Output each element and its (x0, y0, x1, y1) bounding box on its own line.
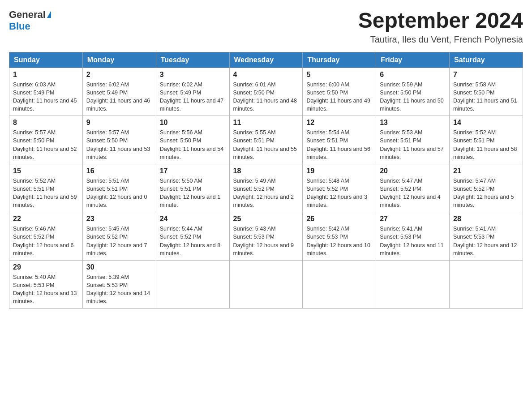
day-number: 13 (380, 119, 446, 127)
header-thursday: Thursday (303, 52, 376, 68)
calendar-cell: 10Sunrise: 5:56 AMSunset: 5:50 PMDayligh… (156, 116, 229, 164)
calendar-cell: 23Sunrise: 5:45 AMSunset: 5:52 PMDayligh… (82, 212, 156, 261)
day-info: Sunrise: 6:00 AMSunset: 5:50 PMDaylight:… (306, 81, 372, 113)
calendar-cell: 5Sunrise: 6:00 AMSunset: 5:50 PMDaylight… (303, 68, 376, 116)
calendar-cell: 22Sunrise: 5:46 AMSunset: 5:52 PMDayligh… (9, 212, 83, 261)
day-info: Sunrise: 5:42 AMSunset: 5:53 PMDaylight:… (306, 225, 372, 257)
day-info: Sunrise: 6:02 AMSunset: 5:49 PMDaylight:… (160, 81, 226, 113)
calendar-cell: 16Sunrise: 5:51 AMSunset: 5:51 PMDayligh… (82, 164, 156, 212)
day-info: Sunrise: 5:57 AMSunset: 5:50 PMDaylight:… (13, 128, 79, 161)
day-info: Sunrise: 5:53 AMSunset: 5:51 PMDaylight:… (380, 128, 446, 161)
calendar-cell: 1Sunrise: 6:03 AMSunset: 5:49 PMDaylight… (9, 68, 83, 116)
day-info: Sunrise: 5:39 AMSunset: 5:53 PMDaylight:… (86, 273, 152, 306)
calendar-cell: 20Sunrise: 5:47 AMSunset: 5:52 PMDayligh… (376, 164, 450, 212)
calendar-cell: 12Sunrise: 5:54 AMSunset: 5:51 PMDayligh… (303, 116, 376, 164)
calendar-week-row: 1Sunrise: 6:03 AMSunset: 5:49 PMDaylight… (9, 68, 523, 116)
page-header: General Blue September 2024 Tautira, Ile… (9, 9, 523, 45)
logo-triangle-icon (47, 11, 51, 18)
day-number: 26 (306, 215, 372, 223)
day-info: Sunrise: 5:47 AMSunset: 5:52 PMDaylight:… (380, 177, 446, 210)
day-number: 1 (13, 71, 79, 79)
day-number: 4 (233, 71, 299, 79)
day-info: Sunrise: 5:52 AMSunset: 5:51 PMDaylight:… (13, 177, 79, 210)
day-number: 10 (160, 119, 226, 127)
day-info: Sunrise: 5:55 AMSunset: 5:51 PMDaylight:… (233, 128, 299, 161)
day-number: 3 (160, 71, 226, 79)
day-info: Sunrise: 5:58 AMSunset: 5:50 PMDaylight:… (453, 81, 519, 113)
day-number: 21 (453, 167, 519, 175)
logo: General Blue (9, 9, 51, 33)
header-saturday: Saturday (450, 52, 523, 68)
day-info: Sunrise: 5:44 AMSunset: 5:52 PMDaylight:… (160, 225, 226, 257)
calendar-cell (229, 260, 303, 308)
day-number: 9 (86, 119, 152, 127)
calendar-cell (303, 260, 376, 308)
day-number: 15 (13, 167, 79, 175)
calendar-title-area: September 2024 Tautira, Iles du Vent, Fr… (358, 9, 523, 45)
day-info: Sunrise: 6:02 AMSunset: 5:49 PMDaylight:… (86, 81, 152, 113)
day-info: Sunrise: 5:43 AMSunset: 5:53 PMDaylight:… (233, 225, 299, 257)
logo-text-general: General (9, 9, 46, 21)
day-info: Sunrise: 5:57 AMSunset: 5:50 PMDaylight:… (86, 128, 152, 161)
day-info: Sunrise: 5:49 AMSunset: 5:52 PMDaylight:… (233, 177, 299, 210)
calendar-table: Sunday Monday Tuesday Wednesday Thursday… (9, 52, 523, 309)
day-number: 16 (86, 167, 152, 175)
calendar-cell: 29Sunrise: 5:40 AMSunset: 5:53 PMDayligh… (9, 260, 83, 308)
day-number: 7 (453, 71, 519, 79)
calendar-title: September 2024 (358, 9, 523, 33)
day-number: 29 (13, 263, 79, 271)
calendar-cell: 3Sunrise: 6:02 AMSunset: 5:49 PMDaylight… (156, 68, 229, 116)
day-info: Sunrise: 5:48 AMSunset: 5:52 PMDaylight:… (306, 177, 372, 210)
calendar-body: 1Sunrise: 6:03 AMSunset: 5:49 PMDaylight… (9, 68, 523, 308)
calendar-cell: 8Sunrise: 5:57 AMSunset: 5:50 PMDaylight… (9, 116, 83, 164)
calendar-cell (450, 260, 523, 308)
day-number: 14 (453, 119, 519, 127)
day-info: Sunrise: 5:40 AMSunset: 5:53 PMDaylight:… (13, 273, 79, 306)
day-number: 27 (380, 215, 446, 223)
day-info: Sunrise: 5:46 AMSunset: 5:52 PMDaylight:… (13, 225, 79, 257)
day-number: 6 (380, 71, 446, 79)
header-friday: Friday (376, 52, 450, 68)
calendar-cell (156, 260, 229, 308)
day-info: Sunrise: 5:52 AMSunset: 5:51 PMDaylight:… (453, 128, 519, 161)
calendar-cell: 24Sunrise: 5:44 AMSunset: 5:52 PMDayligh… (156, 212, 229, 261)
calendar-week-row: 29Sunrise: 5:40 AMSunset: 5:53 PMDayligh… (9, 260, 523, 308)
day-info: Sunrise: 5:54 AMSunset: 5:51 PMDaylight:… (306, 128, 372, 161)
calendar-subtitle: Tautira, Iles du Vent, French Polynesia (358, 34, 523, 45)
day-info: Sunrise: 5:59 AMSunset: 5:50 PMDaylight:… (380, 81, 446, 113)
day-number: 8 (13, 119, 79, 127)
calendar-week-row: 22Sunrise: 5:46 AMSunset: 5:52 PMDayligh… (9, 212, 523, 261)
header-monday: Monday (82, 52, 156, 68)
day-number: 5 (306, 71, 372, 79)
header-tuesday: Tuesday (156, 52, 229, 68)
day-info: Sunrise: 5:51 AMSunset: 5:51 PMDaylight:… (86, 177, 152, 210)
day-number: 2 (86, 71, 152, 79)
day-info: Sunrise: 5:41 AMSunset: 5:53 PMDaylight:… (380, 225, 446, 257)
calendar-cell: 15Sunrise: 5:52 AMSunset: 5:51 PMDayligh… (9, 164, 83, 212)
day-info: Sunrise: 5:50 AMSunset: 5:51 PMDaylight:… (160, 177, 226, 210)
day-number: 19 (306, 167, 372, 175)
day-number: 24 (160, 215, 226, 223)
day-info: Sunrise: 5:56 AMSunset: 5:50 PMDaylight:… (160, 128, 226, 161)
day-number: 22 (13, 215, 79, 223)
calendar-cell: 6Sunrise: 5:59 AMSunset: 5:50 PMDaylight… (376, 68, 450, 116)
header-wednesday: Wednesday (229, 52, 303, 68)
day-number: 28 (453, 215, 519, 223)
calendar-cell: 21Sunrise: 5:47 AMSunset: 5:52 PMDayligh… (450, 164, 523, 212)
calendar-week-row: 15Sunrise: 5:52 AMSunset: 5:51 PMDayligh… (9, 164, 523, 212)
calendar-cell: 25Sunrise: 5:43 AMSunset: 5:53 PMDayligh… (229, 212, 303, 261)
calendar-cell: 11Sunrise: 5:55 AMSunset: 5:51 PMDayligh… (229, 116, 303, 164)
day-info: Sunrise: 5:45 AMSunset: 5:52 PMDaylight:… (86, 225, 152, 257)
day-info: Sunrise: 5:47 AMSunset: 5:52 PMDaylight:… (453, 177, 519, 210)
calendar-cell: 28Sunrise: 5:41 AMSunset: 5:53 PMDayligh… (450, 212, 523, 261)
day-number: 17 (160, 167, 226, 175)
calendar-cell: 14Sunrise: 5:52 AMSunset: 5:51 PMDayligh… (450, 116, 523, 164)
calendar-cell: 4Sunrise: 6:01 AMSunset: 5:50 PMDaylight… (229, 68, 303, 116)
calendar-cell: 7Sunrise: 5:58 AMSunset: 5:50 PMDaylight… (450, 68, 523, 116)
day-number: 12 (306, 119, 372, 127)
calendar-cell: 19Sunrise: 5:48 AMSunset: 5:52 PMDayligh… (303, 164, 376, 212)
day-number: 18 (233, 167, 299, 175)
calendar-cell: 26Sunrise: 5:42 AMSunset: 5:53 PMDayligh… (303, 212, 376, 261)
calendar-cell: 17Sunrise: 5:50 AMSunset: 5:51 PMDayligh… (156, 164, 229, 212)
day-info: Sunrise: 6:03 AMSunset: 5:49 PMDaylight:… (13, 81, 79, 113)
